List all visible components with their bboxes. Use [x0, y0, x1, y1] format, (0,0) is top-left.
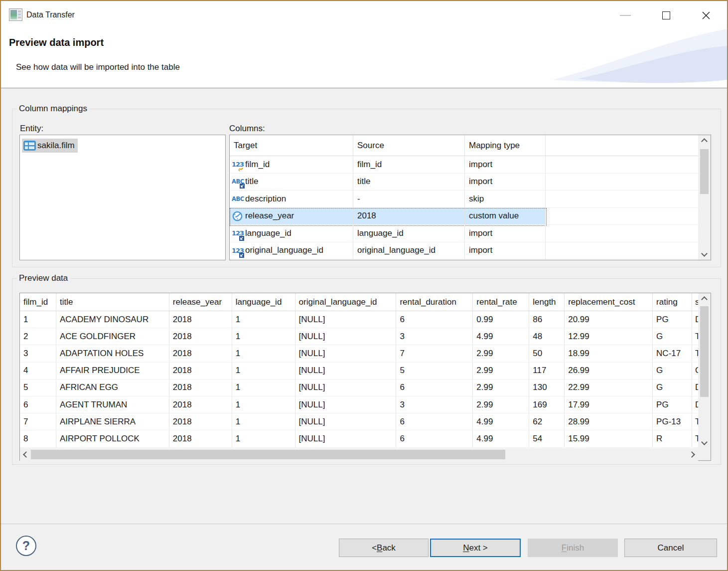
preview-cell: 169	[529, 396, 565, 413]
numeric-ref-icon: 123	[232, 227, 245, 239]
mapping-table-header: Target Source Mapping type	[230, 135, 699, 156]
scroll-up-button[interactable]	[698, 293, 711, 306]
preview-cell: 2018	[169, 380, 232, 396]
scroll-down-button[interactable]	[698, 436, 711, 448]
next-button[interactable]: Next >	[430, 539, 521, 557]
scroll-up-button[interactable]	[698, 135, 711, 148]
preview-cell: G	[653, 363, 692, 380]
mapping-type-value: skip	[465, 190, 546, 208]
preview-cell: 7	[396, 345, 473, 362]
chevron-up-icon	[701, 138, 708, 145]
scroll-down-button[interactable]	[698, 247, 711, 260]
preview-cell: PG	[653, 396, 692, 413]
footer-separator	[1, 524, 727, 524]
preview-cell: 6	[396, 380, 473, 396]
preview-header-rental_duration: rental_duration	[396, 293, 473, 311]
entity-item-sakila-film[interactable]: sakila.film	[22, 139, 78, 153]
preview-row-4[interactable]: 4AFFAIR PREJUDICE20181[NULL]52.9911726.9…	[20, 363, 699, 380]
preview-row-6[interactable]: 6AGENT TRUMAN20181[NULL]32.9916917.99PGD	[20, 396, 699, 413]
preview-cell: 6	[396, 413, 473, 430]
mapping-source-value: original_language_id	[353, 242, 465, 260]
preview-header-title: title	[56, 293, 169, 311]
preview-row-2[interactable]: 2ACE GOLDFINGER20181[NULL]34.994812.99GT	[20, 328, 699, 345]
question-mark-icon: ?	[22, 539, 30, 553]
preview-cell: [NULL]	[295, 363, 397, 380]
mapping-row-film_id[interactable]: 123film_idfilm_idimport	[230, 156, 699, 174]
preview-table-body: 1ACADEMY DINOSAUR20181[NULL]60.998620.99…	[20, 311, 699, 448]
mapping-empty-cell	[546, 225, 699, 242]
preview-header-replacement_cost: replacement_cost	[565, 293, 653, 311]
scrollbar-thumb[interactable]	[700, 306, 709, 397]
app-window-icon	[9, 8, 22, 21]
preview-cell: AFRICAN EGG	[56, 380, 169, 396]
preview-cell: 5	[396, 363, 473, 380]
columns-label: Columns:	[229, 124, 265, 134]
preview-cell: 2.99	[473, 363, 529, 380]
preview-cell: 4.99	[473, 430, 529, 447]
chevron-down-icon	[701, 439, 708, 445]
preview-row-8[interactable]: 8AIRPORT POLLOCK20181[NULL]64.995415.99R…	[20, 430, 699, 447]
datetime-icon	[232, 210, 245, 222]
mapping-header-target: Target	[230, 135, 353, 156]
preview-cell: 1	[232, 396, 295, 413]
preview-row-3[interactable]: 3ADAPTATION HOLES20181[NULL]72.995018.99…	[20, 345, 699, 362]
mapping-row-title[interactable]: ABCtitletitleimport	[230, 174, 699, 191]
preview-cell: 1	[232, 363, 295, 380]
preview-cell: [NULL]	[295, 328, 397, 345]
table-icon	[23, 140, 36, 152]
preview-cell: 4.99	[473, 413, 529, 430]
chevron-up-icon	[701, 296, 708, 303]
mapping-vertical-scrollbar[interactable]	[698, 135, 711, 260]
preview-cell: AGENT TRUMAN	[56, 396, 169, 413]
close-button[interactable]	[698, 8, 715, 23]
preview-cell: G	[653, 328, 692, 345]
cancel-button[interactable]: Cancel	[624, 539, 717, 557]
preview-cell: [NULL]	[295, 380, 397, 396]
back-button[interactable]: < Back	[339, 539, 429, 557]
mapping-source-value: 2018	[353, 208, 465, 225]
preview-cell: 2.99	[473, 396, 529, 413]
preview-cell: 2018	[169, 413, 232, 430]
preview-cell: 0.99	[473, 311, 529, 328]
preview-cell: AFFAIR PREJUDICE	[56, 363, 169, 380]
preview-horizontal-scrollbar[interactable]	[20, 448, 698, 461]
mapping-header-empty	[546, 135, 699, 156]
mapping-row-language_id[interactable]: 123language_idlanguage_idimport	[230, 225, 699, 242]
preview-cell: G	[653, 380, 692, 396]
chevron-left-icon	[23, 451, 29, 458]
preview-row-7[interactable]: 7AIRPLANE SIERRA20181[NULL]64.996228.99P…	[20, 413, 699, 430]
preview-row-5[interactable]: 5AFRICAN EGG20181[NULL]62.9913022.99GD	[20, 380, 699, 396]
preview-vertical-scrollbar[interactable]	[698, 293, 711, 448]
preview-cell: 2018	[169, 345, 232, 362]
mapping-row-original_language_id[interactable]: 123original_language_idoriginal_language…	[230, 242, 699, 260]
mapping-row-description[interactable]: ABCdescription-skip	[230, 190, 699, 208]
preview-row-1[interactable]: 1ACADEMY DINOSAUR20181[NULL]60.998620.99…	[20, 311, 699, 328]
scrollbar-thumb[interactable]	[700, 149, 709, 194]
preview-cell: PG-13	[653, 413, 692, 430]
preview-cell: 48	[529, 328, 565, 345]
help-button[interactable]: ?	[16, 536, 36, 556]
preview-header-original_language_id: original_language_id	[295, 293, 397, 311]
preview-cell: 50	[529, 345, 565, 362]
page-title: Preview data import	[9, 37, 104, 48]
scroll-right-button[interactable]	[686, 448, 698, 461]
preview-cell: 6	[20, 396, 56, 413]
preview-cell: [NULL]	[295, 430, 397, 447]
preview-header-rating: rating	[653, 293, 692, 311]
mapping-table-body: 123film_idfilm_idimportABCtitletitleimpo…	[230, 156, 699, 259]
maximize-button[interactable]	[658, 8, 675, 23]
preview-cell: 1	[232, 380, 295, 396]
scrollbar-thumb[interactable]	[31, 450, 505, 459]
mapping-empty-cell	[546, 242, 699, 260]
preview-cell: 17.99	[565, 396, 653, 413]
preview-cell: 22.99	[565, 380, 653, 396]
preview-cell: NC-17	[653, 345, 692, 362]
preview-cell: [NULL]	[295, 413, 397, 430]
numeric-key-icon: 123	[232, 159, 245, 171]
mapping-row-release_year[interactable]: release_year2018custom value	[230, 208, 699, 225]
preview-cell: ACADEMY DINOSAUR	[56, 311, 169, 328]
text-icon: ABC	[232, 193, 245, 205]
preview-cell: 1	[232, 328, 295, 345]
preview-header-release_year: release_year	[169, 293, 232, 311]
minimize-button[interactable]	[617, 8, 634, 23]
